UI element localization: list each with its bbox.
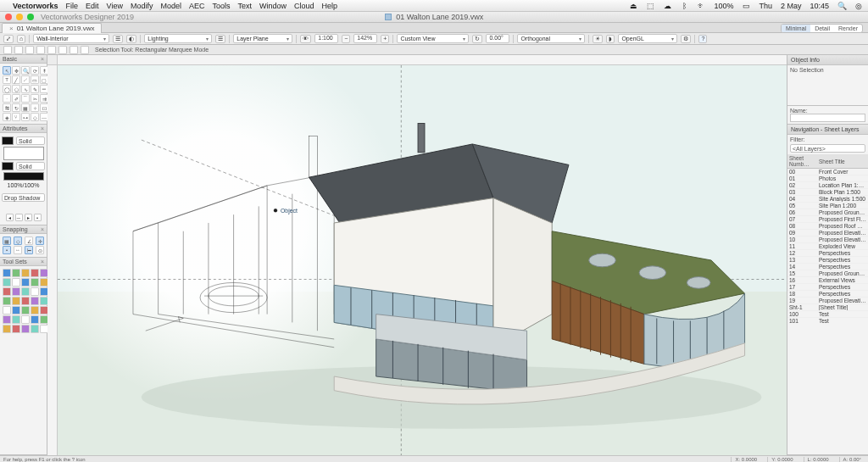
polyline-tool-icon[interactable]: ∿ [21, 85, 30, 93]
menu-window[interactable]: Window [259, 2, 287, 10]
locus-tool-icon[interactable]: · [3, 94, 11, 103]
snap-grid-icon[interactable]: ▦ [3, 237, 11, 245]
table-row[interactable]: 14Perspectives [787, 264, 868, 270]
palette-close-icon[interactable]: × [41, 259, 44, 264]
document-tab[interactable]: × 01 Walton Lane 2019.vwx [2, 23, 102, 33]
scale-field[interactable]: 1:100 [314, 34, 338, 43]
render-mode-detail[interactable]: Detail [810, 25, 834, 32]
ruler-top[interactable] [58, 55, 787, 65]
mode-icon-8[interactable] [81, 46, 89, 54]
zoom-tool-icon[interactable]: 🔍 [21, 66, 30, 75]
window-close-button[interactable] [5, 14, 12, 20]
ruler-left[interactable] [47, 65, 58, 455]
toolset-chip[interactable] [31, 278, 39, 287]
saved-views-button[interactable]: 👁 [300, 35, 311, 43]
class-options-button[interactable]: ☰ [113, 35, 123, 43]
snap-intersect-icon[interactable]: ✛ [36, 237, 44, 245]
rotate-button[interactable]: ↻ [472, 35, 482, 43]
snap-object-icon[interactable]: ◇ [14, 237, 22, 245]
arc-tool-icon[interactable]: ⟋ [21, 75, 30, 84]
mode-icon-4[interactable] [36, 46, 45, 54]
viewport[interactable]: Object [58, 65, 787, 455]
line-style-icon[interactable]: ─ [15, 214, 23, 221]
attribute-mapping-icon[interactable]: ▦ [21, 103, 30, 112]
toolset-chip[interactable] [21, 278, 30, 287]
table-row[interactable]: 11Exploded View [787, 243, 868, 250]
menu-help[interactable]: Help [322, 2, 338, 10]
render-mode-minimal[interactable]: Minimal [782, 25, 810, 32]
col-sheet-title[interactable]: Sheet Title [817, 154, 868, 169]
home-view-button[interactable]: ⌂ [17, 35, 25, 43]
mode-icon-2[interactable] [14, 46, 23, 54]
circle-tool-icon[interactable]: ◯ [3, 85, 11, 93]
toolset-chip[interactable] [12, 325, 20, 333]
polygon-tool-icon[interactable]: ⬠ [12, 85, 20, 93]
toolset-chip[interactable] [12, 297, 20, 305]
freehand-tool-icon[interactable]: ✎ [31, 85, 39, 93]
snap-tangent-icon[interactable]: ⊙ [36, 246, 44, 254]
col-sheet-number[interactable]: Sheet Numb… [787, 154, 817, 169]
layer-options-button[interactable]: ☰ [215, 35, 225, 43]
toolset-chip[interactable] [21, 325, 30, 333]
line-tool-icon[interactable]: ╱ [12, 75, 20, 84]
table-row[interactable]: 08Proposed Roof Plan [787, 223, 868, 230]
toolset-chip[interactable] [31, 325, 39, 333]
drop-shadow-dropdown[interactable]: Drop Shadow [2, 193, 45, 202]
toolset-chip[interactable] [3, 306, 11, 314]
snap-smartpoint-icon[interactable]: • [3, 246, 11, 254]
menu-file[interactable]: File [66, 2, 79, 10]
eyedropper-icon[interactable]: ✐ [12, 94, 20, 103]
projection-dropdown[interactable]: Orthogonal▾ [517, 34, 585, 43]
menu-edit[interactable]: Edit [86, 2, 99, 10]
drawing-canvas[interactable]: Object [47, 55, 787, 455]
palette-close-icon[interactable]: × [41, 125, 44, 131]
toolset-chip[interactable] [31, 297, 39, 305]
render-dropdown[interactable]: OpenGL▾ [618, 34, 677, 43]
class-vis-button[interactable]: ◐ [126, 35, 136, 43]
mode-icon-6[interactable] [58, 46, 67, 54]
table-row[interactable]: 18Perspectives [787, 291, 868, 298]
table-row[interactable]: 10Proposed Elevation & 3D [787, 237, 868, 243]
toolset-chip[interactable] [3, 269, 11, 277]
fill-swatch[interactable] [2, 136, 14, 145]
view-dropdown[interactable]: Custom View▾ [397, 34, 469, 43]
flyover-tool-icon[interactable]: ⟳ [31, 66, 39, 75]
table-row[interactable]: 19Proposed Elevation & 3D [787, 298, 868, 304]
table-row[interactable]: 15Proposed Ground Floor Plan [787, 270, 868, 277]
toolset-chip[interactable] [12, 315, 20, 324]
menu-tools[interactable]: Tools [212, 2, 230, 10]
name-input[interactable] [790, 114, 865, 122]
toolset-chip[interactable] [31, 315, 39, 324]
fill-style-dropdown[interactable]: Solid [16, 136, 45, 145]
toolset-chip[interactable] [3, 287, 11, 296]
spotlight-icon[interactable]: 🔍 [837, 2, 846, 10]
toolset-chip[interactable] [21, 306, 30, 314]
toolset-chip[interactable] [12, 306, 20, 314]
siri-icon[interactable]: ◎ [854, 2, 863, 10]
plane-dropdown[interactable]: Layer Plane▾ [233, 34, 292, 43]
table-row[interactable]: 12Perspectives [787, 250, 868, 257]
fillet-tool-icon[interactable]: ⌒ [21, 94, 30, 103]
menu-view[interactable]: View [107, 2, 123, 10]
table-row[interactable]: Sht-1[Sheet Title] [787, 304, 868, 311]
snap-angle-icon[interactable]: ∠ [25, 237, 33, 245]
window-zoom-button[interactable] [27, 14, 34, 20]
fill-preview[interactable] [3, 147, 44, 160]
arrow-start-icon[interactable]: ◂ [6, 214, 14, 221]
angle-field[interactable]: 0.00° [486, 34, 509, 43]
toolset-chip[interactable] [3, 297, 11, 305]
toolset-chip[interactable] [21, 287, 30, 296]
selection-tool-icon[interactable]: ↖ [3, 66, 11, 75]
help-button[interactable]: ? [698, 35, 707, 43]
pen-swatch[interactable] [2, 162, 14, 170]
zoom-out-button[interactable]: − [342, 35, 350, 43]
snap-edge-icon[interactable]: ⊢ [25, 246, 33, 254]
light-button[interactable]: ☀ [593, 35, 603, 43]
menu-aec[interactable]: AEC [189, 2, 205, 10]
tab-close-icon[interactable]: × [9, 25, 14, 32]
layer-dropdown[interactable]: Lighting▾ [144, 34, 212, 43]
table-row[interactable]: 00Front Cover [787, 169, 868, 175]
toolset-chip[interactable] [31, 287, 39, 296]
table-row[interactable]: 01Photos [787, 175, 868, 182]
split-tool-icon[interactable]: ⑂ [12, 113, 20, 121]
